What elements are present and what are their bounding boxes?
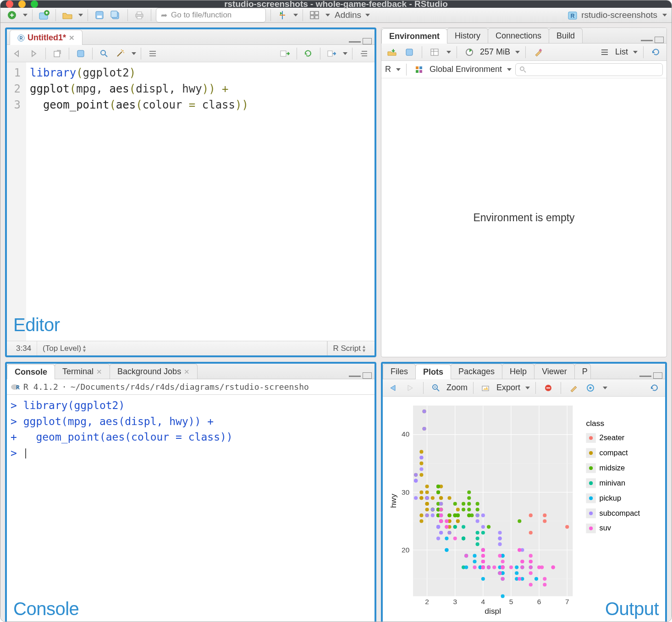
tab-viewer[interactable]: Viewer (534, 364, 575, 379)
caret-down-icon[interactable] (515, 51, 520, 54)
svg-point-271 (540, 566, 544, 569)
svg-rect-49 (416, 66, 419, 69)
language-selector[interactable]: R (385, 65, 391, 74)
zoom-label[interactable]: Zoom (446, 383, 468, 393)
back-button[interactable] (11, 47, 24, 60)
memory-usage-button[interactable] (463, 46, 476, 59)
editor-tab-untitled1[interactable]: R Untitled1* ✕ (10, 30, 83, 45)
svg-text:R: R (19, 36, 23, 41)
tab-plots[interactable]: Plots (415, 364, 451, 379)
rerun-button[interactable] (302, 47, 315, 60)
svg-point-306 (501, 566, 505, 569)
environment-search[interactable] (515, 63, 663, 76)
minimize-pane-icon[interactable] (349, 40, 361, 43)
code-area[interactable]: library(ggplot2) ggplot(mpg, aes(displ, … (26, 62, 375, 341)
document-outline-button[interactable] (357, 47, 371, 60)
tab-build[interactable]: Build (549, 28, 583, 43)
remove-plot-button[interactable] (541, 382, 555, 394)
tab-connections[interactable]: Connections (488, 28, 549, 43)
plot-forward-button[interactable] (404, 382, 418, 394)
clear-workspace-button[interactable] (531, 46, 545, 59)
tab-background-jobs[interactable]: Background Jobs✕ (110, 364, 198, 379)
panes-button[interactable] (308, 9, 321, 22)
file-type-selector[interactable]: R Script▴▾ (327, 341, 371, 355)
run-button[interactable] (278, 47, 292, 60)
load-workspace-button[interactable] (385, 46, 399, 59)
svg-point-240 (431, 513, 435, 517)
caret-down-icon[interactable] (603, 387, 607, 389)
minimize-pane-icon[interactable] (639, 374, 651, 377)
tab-terminal[interactable]: Terminal✕ (55, 364, 110, 379)
minimize-pane-icon[interactable] (641, 38, 653, 41)
plot-back-button[interactable] (386, 382, 400, 394)
editor-statusbar: 3:34 (Top Level)▴▾ R Script▴▾ (7, 341, 375, 355)
tab-environment[interactable]: Environment (381, 28, 447, 44)
project-selector[interactable]: R rstudio-screenshots (567, 10, 667, 20)
list-view-button[interactable] (598, 46, 611, 59)
open-in-new-button[interactable] (50, 47, 64, 60)
maximize-pane-icon[interactable] (655, 37, 664, 43)
tab-packages[interactable]: Packages (451, 364, 502, 379)
minimize-pane-icon[interactable] (349, 374, 361, 377)
zoom-button[interactable] (429, 382, 443, 394)
new-project-button[interactable] (37, 9, 51, 22)
caret-down-icon[interactable] (525, 387, 530, 389)
close-icon[interactable]: ✕ (184, 368, 190, 376)
caret-down-icon[interactable] (343, 52, 347, 55)
scope-selector[interactable]: (Top Level)▴▾ (37, 341, 327, 355)
source-button[interactable] (325, 47, 339, 60)
maximize-pane-icon[interactable] (653, 372, 662, 379)
caret-down-icon[interactable] (396, 68, 401, 71)
tab-history[interactable]: History (447, 28, 488, 43)
maximize-pane-icon[interactable] (363, 372, 372, 379)
svg-point-29 (122, 50, 124, 51)
section-button[interactable] (275, 9, 289, 22)
find-button[interactable] (97, 47, 111, 60)
caret-down-icon[interactable] (325, 14, 330, 16)
view-mode-label[interactable]: List (615, 47, 628, 57)
import-dataset-button[interactable] (428, 46, 441, 59)
caret-down-icon[interactable] (446, 51, 451, 54)
environment-scope[interactable]: Global Environment (430, 65, 502, 74)
addins-menu[interactable]: Addins (335, 10, 361, 20)
caret-down-icon[interactable] (365, 14, 370, 16)
caret-down-icon[interactable] (132, 52, 136, 55)
close-tab-icon[interactable]: ✕ (69, 34, 75, 42)
close-icon[interactable]: ✕ (96, 368, 102, 376)
export-label[interactable]: Export (496, 383, 520, 393)
caret-down-icon[interactable] (633, 51, 638, 54)
caret-down-icon[interactable] (23, 14, 28, 16)
export-button[interactable] (479, 382, 493, 394)
svg-point-256 (529, 554, 533, 557)
save-button[interactable] (93, 9, 106, 22)
r-file-icon: R (17, 34, 25, 42)
console-body[interactable]: > library(ggplot2) > ggplot(mpg, aes(dis… (7, 395, 375, 622)
svg-line-58 (437, 389, 439, 391)
clear-plots-button[interactable] (567, 382, 580, 394)
save-button[interactable] (74, 47, 88, 60)
code-editor[interactable]: 1 2 3 library(ggplot2) ggplot(mpg, aes(d… (7, 62, 375, 341)
tab-console[interactable]: Console (7, 364, 55, 379)
goto-file-function-input[interactable]: ➦ Go to file/function (156, 8, 266, 22)
outline-button[interactable] (146, 47, 160, 60)
caret-down-icon[interactable] (293, 14, 298, 16)
save-all-button[interactable] (109, 9, 123, 22)
refresh-button[interactable] (649, 46, 663, 59)
print-button[interactable] (132, 9, 146, 22)
new-file-button[interactable] (5, 9, 19, 22)
publish-button[interactable] (584, 382, 598, 394)
save-workspace-button[interactable] (402, 46, 416, 59)
caret-down-icon[interactable] (507, 68, 512, 71)
caret-down-icon[interactable] (78, 14, 83, 16)
wand-button[interactable] (114, 47, 127, 60)
svg-rect-63 (546, 387, 550, 388)
svg-point-167 (467, 491, 471, 494)
refresh-plot-button[interactable] (648, 382, 661, 394)
open-file-button[interactable] (61, 9, 74, 22)
tab-help[interactable]: Help (502, 364, 534, 379)
maximize-pane-icon[interactable] (363, 38, 372, 44)
tab-files[interactable]: Files (383, 364, 416, 379)
svg-point-232 (419, 456, 423, 459)
forward-button[interactable] (27, 47, 41, 60)
tab-presentation[interactable]: P (574, 364, 591, 379)
